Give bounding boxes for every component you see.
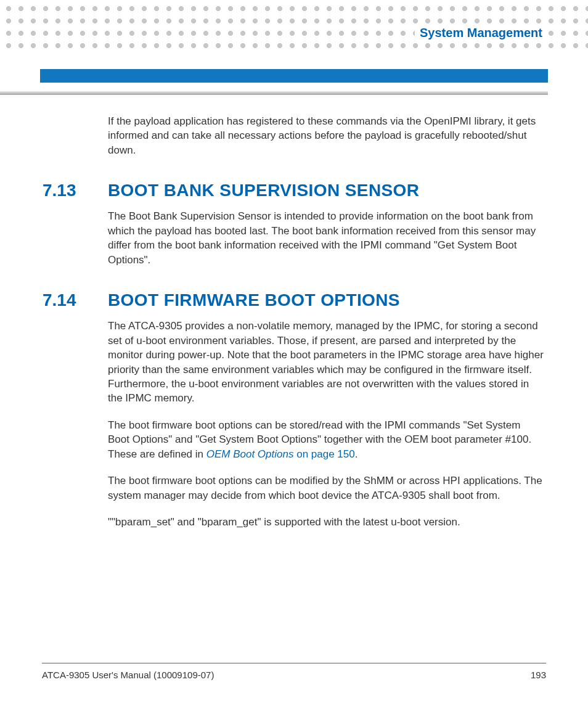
intro-paragraph: If the payload application has registere… (108, 114, 545, 157)
header-gray-line (0, 91, 548, 95)
section-7-14: 7.14 BOOT FIRMWARE BOOT OPTIONS The ATCA… (108, 290, 545, 529)
footer-doc-title: ATCA-9305 User's Manual (10009109-07) (42, 670, 214, 680)
section-7-13: 7.13 BOOT BANK SUPERVISION SENSOR The Bo… (108, 181, 545, 267)
page-content: If the payload application has registere… (108, 114, 545, 542)
cross-reference-link[interactable]: OEM Boot Options (206, 448, 294, 460)
section-title: BOOT FIRMWARE BOOT OPTIONS (108, 290, 545, 310)
section-paragraph: The boot firmware boot options can be st… (108, 418, 545, 461)
section-number: 7.14 (43, 290, 76, 310)
footer-page-number: 193 (531, 670, 546, 680)
section-paragraph: The Boot Bank Supervision Sensor is inte… (108, 209, 545, 267)
chapter-title: System Management (415, 26, 544, 40)
section-paragraph: ""bparam_set" and "bparam_get" is suppor… (108, 515, 545, 529)
section-number: 7.13 (43, 181, 76, 200)
section-paragraph: The boot firmware boot options can be mo… (108, 474, 545, 503)
page-footer: ATCA-9305 User's Manual (10009109-07) 19… (42, 663, 546, 680)
text-run: . (355, 448, 358, 460)
cross-reference-page[interactable]: on page 150 (293, 448, 354, 460)
header-blue-bar (40, 69, 548, 83)
section-title: BOOT BANK SUPERVISION SENSOR (108, 181, 545, 200)
section-paragraph: The ATCA-9305 provides a non-volatile me… (108, 319, 545, 406)
